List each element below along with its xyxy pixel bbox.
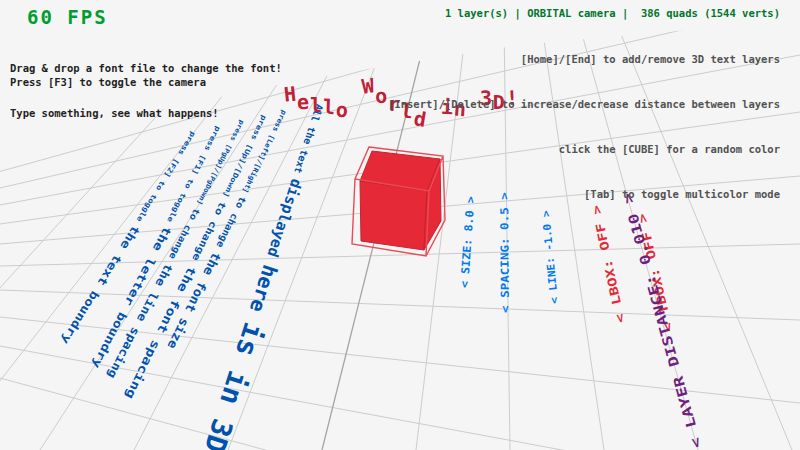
instruction-type: Type something, see what happens! (10, 106, 282, 121)
help-multicolor: [Tab] to toggle multicolor mode (388, 187, 780, 202)
help-cube-color: click the [CUBE] for a random color (388, 142, 780, 157)
text3d-demo-window: press [F2] to toggle the text boundrypre… (0, 0, 800, 450)
help-layer-distance: [Insert]/[Delete] to increase/decrease d… (388, 97, 780, 112)
instructions-block: Drag & drop a font file to change the fo… (10, 31, 282, 151)
fps-counter: 60 FPS (27, 6, 108, 28)
help-layers: [Home]/[End] to add/remove 3D text layer… (388, 52, 780, 67)
stats-line: 1 layer(s) | ORBITAL camera | 386 quads … (445, 7, 780, 19)
camera-toggle-hint: Press [F3] to toggle the camera (10, 76, 206, 88)
help-block: [Home]/[End] to add/remove 3D text layer… (388, 22, 780, 232)
instruction-drag-drop: Drag & drop a font file to change the fo… (10, 61, 282, 76)
